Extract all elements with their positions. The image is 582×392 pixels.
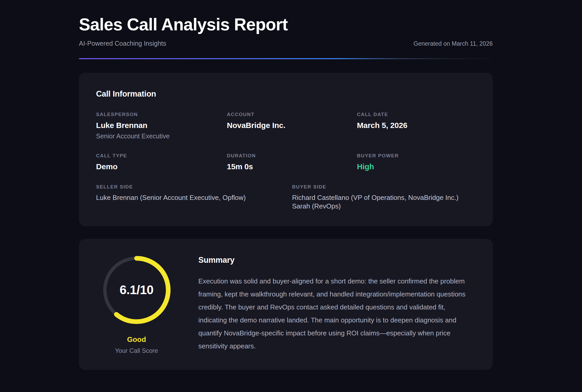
field-duration: DURATION 15m 0s (227, 153, 357, 171)
call-info-row-2: CALL TYPE Demo DURATION 15m 0s BUYER POW… (96, 153, 476, 171)
field-label: BUYER POWER (357, 153, 476, 159)
field-label: SELLER SIDE (96, 184, 292, 190)
report-page: Sales Call Analysis Report AI-Powered Co… (79, 0, 493, 370)
field-buyer-side: BUYER SIDE Richard Castellano (VP of Ope… (292, 184, 476, 211)
score-rating: Good (127, 335, 146, 344)
field-value: March 5, 2026 (357, 121, 476, 130)
page-subtitle: AI-Powered Coaching Insights (79, 40, 166, 47)
field-account: ACCOUNT NovaBridge Inc. (227, 112, 357, 140)
field-value: 15m 0s (227, 162, 357, 171)
field-label: CALL TYPE (96, 153, 227, 159)
field-label: DURATION (227, 153, 357, 159)
accent-divider (79, 58, 493, 59)
summary-card: 6.1/10 Good Your Call Score Summary Exec… (79, 239, 493, 370)
score-display: 6.1/10 (102, 255, 171, 325)
generated-date: Generated on March 11, 2026 (414, 40, 493, 47)
score-column: 6.1/10 Good Your Call Score (96, 255, 177, 354)
field-value: Demo (96, 162, 227, 171)
field-call-type: CALL TYPE Demo (96, 153, 227, 171)
header-row: AI-Powered Coaching Insights Generated o… (79, 40, 493, 47)
field-buyer-power: BUYER POWER High (357, 153, 476, 171)
field-salesperson: SALESPERSON Luke Brennan Senior Account … (96, 112, 227, 140)
buyer-side-person: Richard Castellano (VP of Operations, No… (292, 193, 476, 211)
field-value: NovaBridge Inc. (227, 121, 357, 130)
summary-text: Execution was solid and buyer-aligned fo… (198, 275, 476, 353)
call-info-row-3: SELLER SIDE Luke Brennan (Senior Account… (96, 184, 476, 211)
buyer-side-line-1: Richard Castellano (VP of Operations, No… (292, 193, 476, 202)
seller-side-person: Luke Brennan (Senior Account Executive, … (96, 193, 292, 202)
buyer-power-value: High (357, 162, 476, 171)
field-label: CALL DATE (357, 112, 476, 117)
score-caption: Your Call Score (115, 347, 158, 354)
page-title: Sales Call Analysis Report (79, 15, 493, 34)
call-info-card: Call Information SALESPERSON Luke Brenna… (79, 73, 493, 226)
summary-heading: Summary (198, 255, 476, 265)
field-value: Luke Brennan (96, 121, 227, 130)
field-label: SALESPERSON (96, 112, 227, 117)
buyer-side-line-2: Sarah (RevOps) (292, 202, 476, 211)
field-label: ACCOUNT (227, 112, 357, 117)
field-seller-side: SELLER SIDE Luke Brennan (Senior Account… (96, 184, 292, 211)
score-gauge: 6.1/10 (102, 255, 171, 325)
field-call-date: CALL DATE March 5, 2026 (357, 112, 476, 140)
field-label: BUYER SIDE (292, 184, 476, 190)
summary-column: Summary Execution was solid and buyer-al… (198, 255, 476, 354)
call-info-heading: Call Information (96, 89, 476, 99)
call-info-row-1: SALESPERSON Luke Brennan Senior Account … (96, 112, 476, 140)
field-sub: Senior Account Executive (96, 132, 227, 140)
